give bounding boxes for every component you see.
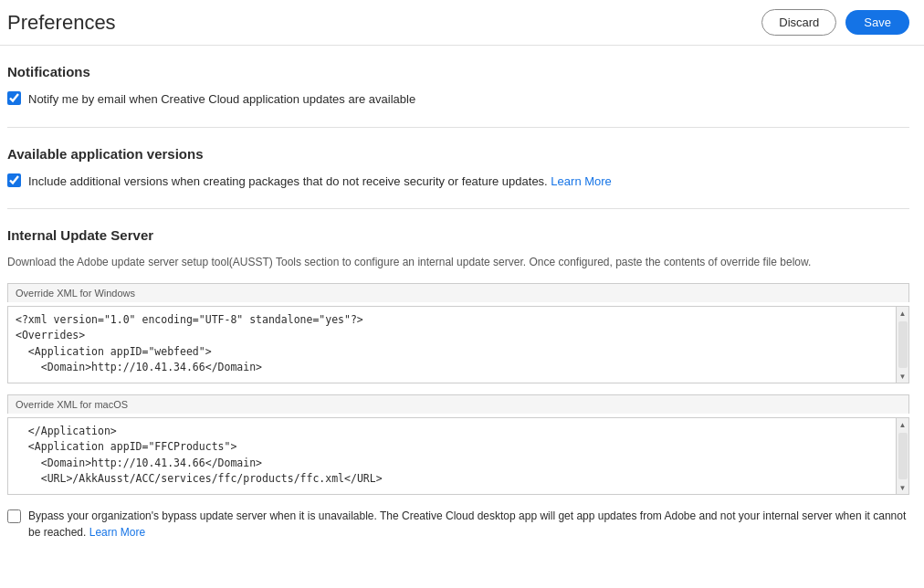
macos-xml-wrapper: </Application> <Application appID="FFCPr… <box>7 417 909 495</box>
notifications-checkbox-row: Notify me by email when Creative Cloud a… <box>7 90 909 109</box>
macos-scroll-track <box>898 433 908 479</box>
available-versions-section: Available application versions Include a… <box>7 146 909 191</box>
macos-scroll-up-icon[interactable]: ▲ <box>897 418 909 431</box>
discard-button[interactable]: Discard <box>761 9 836 36</box>
header-actions: Discard Save <box>761 9 909 36</box>
bypass-learn-more-link[interactable]: Learn More <box>89 526 145 539</box>
macos-scroll-down-icon[interactable]: ▼ <box>897 481 909 494</box>
bypass-label: Bypass your organization's bypass update… <box>28 508 909 541</box>
notifications-checkbox[interactable] <box>7 91 21 105</box>
main-content: Notifications Notify me by email when Cr… <box>0 46 924 559</box>
save-button[interactable]: Save <box>845 10 909 35</box>
page-title: Preferences <box>7 11 116 35</box>
internal-update-server-description: Download the Adobe update server setup t… <box>7 254 909 270</box>
bypass-checkbox-row: Bypass your organization's bypass update… <box>7 508 909 541</box>
internal-update-server-title: Internal Update Server <box>7 227 909 243</box>
available-versions-learn-more-link[interactable]: Learn More <box>551 174 611 188</box>
macos-xml-label: Override XML for macOS <box>7 394 909 414</box>
bypass-checkbox[interactable] <box>7 509 21 523</box>
divider-1 <box>7 127 909 128</box>
notifications-checkbox-label: Notify me by email when Creative Cloud a… <box>28 90 415 109</box>
macos-scrollbar: ▲ ▼ <box>896 418 908 494</box>
windows-xml-wrapper: <?xml version="1.0" encoding="UTF-8" sta… <box>7 306 909 383</box>
macos-xml-textarea[interactable]: </Application> <Application appID="FFCPr… <box>8 418 908 491</box>
internal-update-server-section: Internal Update Server Download the Adob… <box>7 227 909 541</box>
scroll-up-icon[interactable]: ▲ <box>897 307 909 320</box>
divider-2 <box>7 208 909 209</box>
notifications-section: Notifications Notify me by email when Cr… <box>7 64 909 109</box>
notifications-title: Notifications <box>7 64 909 79</box>
available-versions-checkbox-row: Include additional versions when creatin… <box>7 173 909 191</box>
preferences-page: Preferences Discard Save Notifications N… <box>0 0 924 588</box>
windows-scrollbar: ▲ ▼ <box>896 307 908 383</box>
windows-xml-block: Override XML for Windows <?xml version="… <box>7 283 909 383</box>
scroll-down-icon[interactable]: ▼ <box>897 370 909 383</box>
scroll-track <box>898 321 908 368</box>
available-versions-checkbox[interactable] <box>7 173 21 187</box>
page-header: Preferences Discard Save <box>0 0 924 46</box>
windows-xml-label: Override XML for Windows <box>7 283 909 302</box>
macos-xml-block: Override XML for macOS </Application> <A… <box>7 394 909 495</box>
windows-xml-textarea[interactable]: <?xml version="1.0" encoding="UTF-8" sta… <box>8 307 908 380</box>
available-versions-checkbox-label: Include additional versions when creatin… <box>28 173 612 191</box>
available-versions-title: Available application versions <box>7 146 909 162</box>
